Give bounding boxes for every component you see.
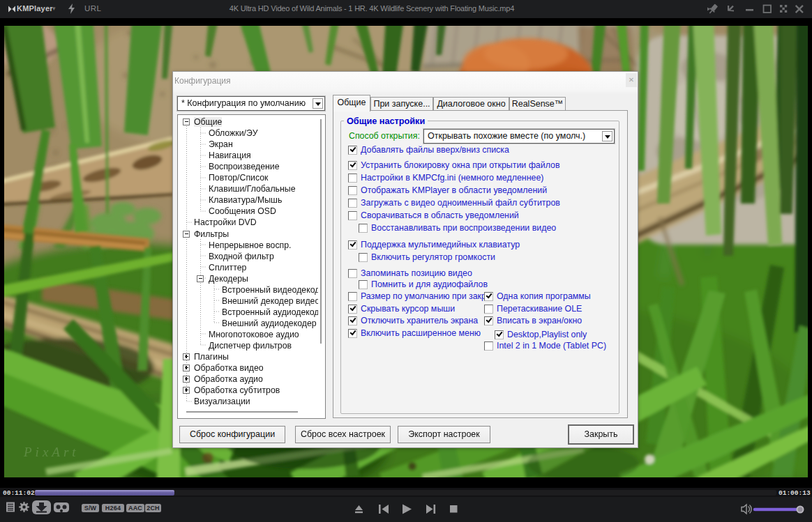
svg-text:PixArt: PixArt — [23, 445, 80, 459]
